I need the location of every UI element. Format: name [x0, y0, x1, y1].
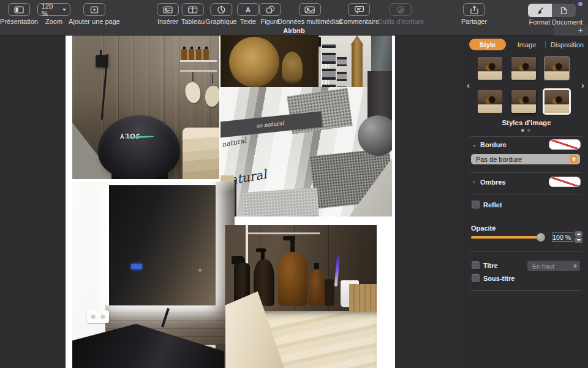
reflection-checkbox[interactable]: [472, 201, 480, 209]
writing-tools-label: Outils d'écriture: [377, 18, 424, 25]
shadows-disclosure-icon[interactable]: ›: [473, 178, 475, 185]
format-document-segmented: [528, 4, 576, 17]
divider: [470, 251, 582, 252]
media-icon: [305, 6, 315, 13]
text-icon: A: [246, 6, 251, 13]
shadows-section-label: Ombres: [480, 178, 506, 186]
add-page-button[interactable]: Ajouter une page: [69, 3, 120, 25]
shadow-swatch[interactable]: [549, 177, 581, 187]
style-preview: [511, 90, 536, 113]
subtitle-label: Sous-titre: [483, 275, 514, 282]
opacity-slider-fill: [471, 236, 541, 239]
image-styles-label: Styles d'image: [464, 119, 588, 126]
writing-tools-button: Outils d'écriture: [377, 3, 424, 25]
comment-button[interactable]: Commentaire: [339, 3, 379, 25]
select-chevrons-icon: [573, 264, 577, 268]
photo-shower-corner[interactable]: JOLY: [72, 36, 219, 179]
border-style-value: Pas de bordure: [476, 156, 522, 163]
document-icon: [560, 7, 567, 15]
title-checkbox[interactable]: [472, 261, 480, 269]
format-segment[interactable]: [528, 4, 552, 17]
border-style-dropdown[interactable]: Pas de bordure: [471, 154, 580, 164]
media-button[interactable]: Données multimédias: [277, 3, 342, 25]
add-button[interactable]: +: [554, 25, 588, 36]
carousel-prev-icon[interactable]: ‹: [467, 80, 470, 90]
power-outlet-shape: [87, 310, 109, 323]
image-style-thumbnail-selected[interactable]: [545, 90, 569, 113]
document-segment[interactable]: [552, 4, 576, 17]
photo-mirror-bathroom[interactable]: [72, 182, 235, 368]
image-style-thumbnail[interactable]: [478, 90, 502, 113]
amber-bottle-shape: [278, 252, 307, 306]
divider: [470, 194, 582, 194]
book-shape: [221, 175, 234, 182]
carousel-next-icon[interactable]: ›: [581, 80, 584, 90]
title-label: Titre: [483, 262, 498, 269]
hook-shape: [192, 72, 194, 81]
divider: [470, 172, 582, 173]
format-label: Format: [529, 18, 551, 26]
table-label: Tableau: [181, 18, 205, 25]
paintbrush-icon: [536, 7, 544, 15]
shape-label: Figure: [260, 18, 279, 25]
reflection-label: Reflet: [483, 201, 502, 209]
share-icon: [470, 6, 478, 14]
document-page[interactable]: JOLY so nat: [66, 36, 395, 368]
chart-icon: [217, 6, 225, 14]
tab-image[interactable]: Image: [513, 39, 540, 50]
media-label: Données multimédias: [277, 18, 342, 25]
zoom-value: 120 %: [42, 2, 59, 17]
chevron-down-icon: [577, 239, 581, 241]
photo-bedroom[interactable]: so natural natural natural: [221, 36, 392, 217]
shower-handle-shape: [100, 50, 102, 56]
opacity-value-field[interactable]: 100 %: [552, 232, 573, 242]
document-canvas[interactable]: JOLY so nat: [0, 36, 464, 368]
tab-disposition[interactable]: Disposition: [549, 39, 586, 50]
text-button[interactable]: A Texte: [237, 3, 259, 25]
carousel-page-dot[interactable]: [527, 129, 530, 132]
buddha-face-shape: [229, 37, 279, 87]
subtitle-checkbox[interactable]: [472, 274, 480, 282]
border-disclosure-icon[interactable]: ⌄: [472, 141, 477, 148]
led-mirror-shape: [109, 185, 216, 305]
image-style-thumbnail[interactable]: [511, 90, 536, 113]
pillow-print-text: so natural: [256, 120, 285, 129]
tab-style[interactable]: Style: [469, 39, 506, 50]
bottle-row-shape: [181, 49, 217, 60]
divider: [470, 136, 582, 137]
small-bottle-shape: [325, 279, 334, 306]
opacity-slider[interactable]: [471, 236, 545, 239]
image-style-thumbnail[interactable]: [545, 57, 569, 80]
divider: [470, 290, 582, 291]
opacity-stepper[interactable]: [575, 231, 582, 243]
presentation-button[interactable]: Présentation: [0, 3, 38, 25]
stepper-down-button[interactable]: [575, 237, 582, 243]
chevron-down-icon: [572, 159, 576, 161]
title-position-value: En haut: [532, 263, 554, 270]
zoom-label: Zoom: [45, 18, 62, 25]
share-label: Partager: [461, 18, 487, 25]
image-style-thumbnail[interactable]: [478, 57, 502, 80]
photo-toiletries[interactable]: [225, 225, 377, 368]
image-style-thumbnail[interactable]: [511, 57, 536, 80]
border-color-swatch[interactable]: [549, 139, 581, 150]
table-button[interactable]: Tableau: [181, 3, 205, 25]
stepper-up-button[interactable]: [575, 231, 582, 237]
share-button[interactable]: Partager: [461, 3, 487, 25]
shelf-shape: [180, 60, 217, 62]
insert-button[interactable]: Insérer: [157, 3, 179, 25]
chart-button[interactable]: Graphique: [205, 3, 236, 25]
plus-icon: +: [578, 26, 583, 34]
amber-bottle-shape: [309, 269, 325, 306]
opacity-label: Opacité: [471, 224, 496, 232]
zoom-control[interactable]: 120 % Zoom: [37, 3, 70, 25]
comment-icon: [355, 6, 364, 13]
insert-label: Insérer: [157, 18, 178, 25]
toothbrush-shape: [334, 255, 341, 286]
tile-grout-shape: [247, 232, 320, 234]
opacity-slider-thumb[interactable]: [537, 233, 545, 242]
chevron-down-icon: [62, 9, 66, 11]
leaf-print-patch: [241, 188, 320, 217]
presentation-icon: [14, 6, 24, 13]
carousel-page-dot-active[interactable]: [521, 129, 524, 132]
